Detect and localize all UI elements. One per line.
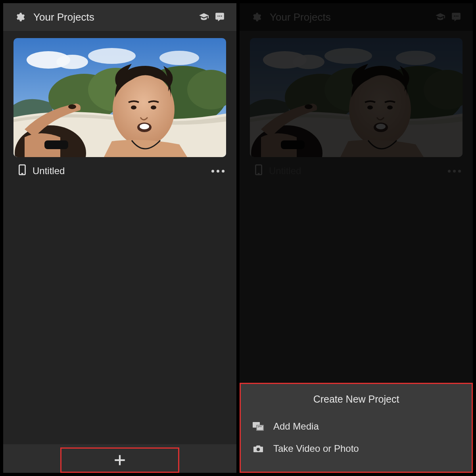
phone-icon [18, 164, 26, 178]
project-thumbnail [250, 38, 463, 157]
projects-screen-with-sheet: Your Projects Untitled Create New Projec… [238, 0, 476, 476]
graduation-cap-icon[interactable] [196, 12, 212, 22]
add-project-button[interactable] [60, 447, 179, 473]
svg-point-26 [258, 426, 259, 428]
page-title: Your Projects [270, 11, 432, 23]
take-video-photo-option[interactable]: Take Video or Photo [250, 438, 462, 460]
phone-icon [255, 164, 263, 178]
header-bar: Your Projects [240, 3, 473, 31]
svg-point-29 [257, 448, 260, 451]
svg-rect-28 [261, 426, 261, 427]
project-name: Untitled [269, 165, 448, 177]
project-row: Untitled [240, 157, 473, 178]
more-options-icon [448, 170, 461, 173]
page-title: Your Projects [33, 11, 196, 23]
project-row[interactable]: Untitled [3, 157, 236, 178]
camera-icon [252, 444, 265, 453]
more-options-icon[interactable] [211, 170, 225, 173]
media-icon [252, 422, 265, 431]
sheet-title: Create New Project [250, 393, 462, 405]
gear-icon [248, 12, 264, 22]
project-name: Untitled [33, 165, 211, 177]
speech-bubble-icon[interactable] [212, 12, 228, 22]
graduation-cap-icon [432, 12, 448, 22]
projects-screen: Your Projects Untitled [0, 0, 238, 476]
create-project-sheet: Create New Project Add Media Take Video … [240, 383, 473, 473]
header-bar: Your Projects [3, 3, 236, 31]
speech-bubble-icon [448, 12, 464, 22]
gear-icon[interactable] [12, 12, 28, 22]
sheet-item-label: Take Video or Photo [273, 443, 359, 454]
add-media-option[interactable]: Add Media [250, 415, 462, 438]
svg-rect-27 [259, 426, 260, 427]
sheet-item-label: Add Media [273, 421, 319, 432]
project-thumbnail[interactable] [13, 38, 226, 157]
